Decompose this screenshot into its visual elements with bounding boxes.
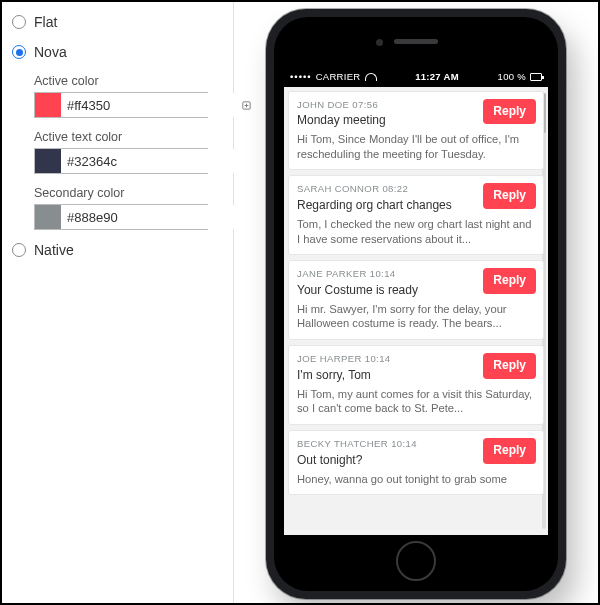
status-right: 100 %	[498, 71, 542, 82]
status-left: ••••• CARRIER	[290, 71, 377, 82]
phone-inner: ••••• CARRIER 11:27 AM 100 %	[274, 17, 558, 591]
radio-native-label: Native	[34, 242, 74, 258]
active-text-color-input[interactable]	[61, 149, 241, 173]
reply-button[interactable]: Reply	[483, 99, 536, 125]
theme-option-flat[interactable]: Flat	[12, 14, 223, 30]
active-color-input-wrap	[34, 92, 208, 118]
carrier-label: CARRIER	[316, 71, 361, 82]
active-text-color-swatch[interactable]	[35, 149, 61, 173]
status-bar: ••••• CARRIER 11:27 AM 100 %	[284, 67, 548, 87]
battery-icon	[530, 73, 542, 81]
phone-screen: ••••• CARRIER 11:27 AM 100 %	[284, 67, 548, 535]
radio-flat-label: Flat	[34, 14, 57, 30]
radio-nova-label: Nova	[34, 44, 67, 60]
active-text-color-label: Active text color	[34, 130, 223, 144]
secondary-color-label: Secondary color	[34, 186, 223, 200]
active-text-color-section: Active text color	[34, 130, 223, 174]
phone-camera	[376, 39, 383, 46]
message-item[interactable]: JOHN DOE 07:56Monday meetingHi Tom, Sinc…	[288, 91, 544, 171]
message-item[interactable]: SARAH CONNOR 08:22Regarding org chart ch…	[288, 175, 544, 255]
secondary-color-input[interactable]	[61, 205, 241, 229]
radio-native[interactable]	[12, 243, 26, 257]
message-item[interactable]: JANE PARKER 10:14Your Costume is readyHi…	[288, 260, 544, 340]
active-color-swatch[interactable]	[35, 93, 61, 117]
secondary-color-input-wrap	[34, 204, 208, 230]
radio-nova[interactable]	[12, 45, 26, 59]
message-body: Hi Tom, my aunt comes for a visit this S…	[297, 387, 535, 417]
message-item[interactable]: BECKY THATCHER 10:14Out tonight?Honey, w…	[288, 430, 544, 495]
active-color-section: Active color	[34, 74, 223, 118]
message-body: Hi Tom, Since Monday I'll be out of offi…	[297, 132, 535, 162]
active-color-input[interactable]	[61, 93, 241, 117]
message-body: Honey, wanna go out tonight to grab some	[297, 472, 535, 487]
theme-option-native[interactable]: Native	[12, 242, 223, 258]
wifi-icon	[365, 73, 377, 81]
message-item[interactable]: JOE HARPER 10:14I'm sorry, TomHi Tom, my…	[288, 345, 544, 425]
phone-frame: ••••• CARRIER 11:27 AM 100 %	[266, 9, 566, 599]
home-button[interactable]	[396, 541, 436, 581]
active-color-label: Active color	[34, 74, 223, 88]
theme-option-nova[interactable]: Nova	[12, 44, 223, 60]
message-body: Hi mr. Sawyer, I'm sorry for the delay, …	[297, 302, 535, 332]
message-body: Tom, I checked the new org chart last ni…	[297, 217, 535, 247]
secondary-color-swatch[interactable]	[35, 205, 61, 229]
radio-flat[interactable]	[12, 15, 26, 29]
battery-label: 100 %	[498, 71, 526, 82]
secondary-color-section: Secondary color	[34, 186, 223, 230]
reply-button[interactable]: Reply	[483, 353, 536, 379]
messages-list[interactable]: JOHN DOE 07:56Monday meetingHi Tom, Sinc…	[284, 87, 548, 535]
reply-button[interactable]: Reply	[483, 268, 536, 294]
phone-speaker	[394, 39, 438, 44]
reply-button[interactable]: Reply	[483, 183, 536, 209]
signal-dots-icon: •••••	[290, 71, 312, 82]
status-time: 11:27 AM	[415, 71, 459, 82]
app-frame: Flat Nova Active color Active text color	[0, 0, 600, 605]
reply-button[interactable]: Reply	[483, 438, 536, 464]
theme-sidebar: Flat Nova Active color Active text color	[2, 2, 234, 603]
active-text-color-input-wrap	[34, 148, 208, 174]
phone-preview-area: ••••• CARRIER 11:27 AM 100 %	[234, 2, 598, 603]
